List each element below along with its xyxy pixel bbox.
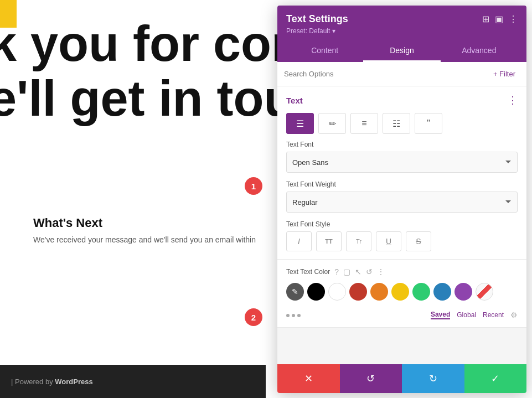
black-swatch[interactable] [307, 283, 325, 301]
none-swatch[interactable] [476, 283, 493, 301]
resize-icon[interactable]: ⊞ [482, 14, 489, 24]
color-section: Text Text Color ? ▢ ↖ ↺ ⋮ ✎ [277, 260, 526, 328]
color-label: Text Text Color [286, 268, 330, 276]
font-label: Text Font [286, 141, 518, 148]
step-badge-2: 2 [245, 308, 262, 326]
red-swatch[interactable] [349, 283, 367, 301]
list-button[interactable]: ≡ [350, 113, 378, 134]
panel-title-icons: ⊞ ▣ ⋮ [482, 14, 518, 24]
yellow-swatch[interactable] [391, 283, 409, 301]
color-settings-icon[interactable]: ⚙ [510, 311, 518, 319]
redo-button[interactable]: ↻ [402, 364, 464, 393]
panel-title: Text Settings [286, 13, 348, 25]
white-swatch[interactable] [328, 283, 346, 301]
color-tabs-row: Saved Global Recent ⚙ [431, 311, 518, 319]
panel-header: Text Settings ⊞ ▣ ⋮ Preset: Default ▾ Co… [277, 6, 526, 62]
dot-1[interactable] [286, 314, 290, 317]
undo-button[interactable]: ↺ [340, 364, 402, 393]
align-left-button[interactable]: ☰ [286, 113, 314, 134]
color-swatches: ✎ [286, 283, 518, 301]
panel-preset[interactable]: Preset: Default ▾ [286, 27, 518, 35]
purple-swatch[interactable] [454, 283, 472, 301]
saved-tab[interactable]: Saved [431, 311, 450, 319]
save-button[interactable]: ✓ [464, 364, 527, 393]
more-icon[interactable]: ⋮ [509, 14, 518, 24]
green-swatch[interactable] [412, 283, 430, 301]
color-label-row: Text Text Color ? ▢ ↖ ↺ ⋮ [286, 267, 518, 276]
font-select[interactable]: Open Sans Arial Helvetica Georgia [286, 152, 518, 173]
text-section-title: Text [286, 96, 303, 105]
hero-text: k you for cont e'll get in touc [0, 17, 322, 126]
tab-content[interactable]: Content [286, 40, 363, 62]
weight-label: Text Font Weight [286, 180, 518, 188]
tab-design[interactable]: Design [363, 40, 440, 62]
cancel-button[interactable]: ✕ [277, 364, 340, 393]
underline-button[interactable]: U [376, 231, 401, 251]
page-subtitle: We've received your message and we'll se… [33, 235, 260, 244]
orange-swatch[interactable] [370, 283, 388, 301]
global-tab[interactable]: Global [457, 311, 476, 319]
search-input[interactable] [284, 70, 489, 78]
dot-3[interactable] [297, 314, 301, 317]
edit-button[interactable]: ✏ [318, 113, 346, 134]
panel-body: + Filter Text ⋮ ☰ ✏ ≡ ☷ " Text Font Open… [277, 62, 526, 364]
dot-2[interactable] [292, 314, 295, 317]
style-btn-row: I TT Tr U S [286, 231, 518, 251]
mobile-icon[interactable]: ▢ [343, 267, 350, 276]
uppercase-button[interactable]: TT [316, 231, 342, 251]
what-next-heading: What's Next [33, 216, 102, 230]
eyedropper-swatch[interactable]: ✎ [286, 283, 304, 301]
blue-swatch[interactable] [433, 283, 451, 301]
search-bar: + Filter [277, 62, 526, 86]
italic-button[interactable]: I [286, 231, 312, 251]
align-icon-row: ☰ ✏ ≡ ☷ " [286, 113, 518, 134]
weight-select[interactable]: Regular Bold Light [286, 192, 518, 213]
strikethrough-button[interactable]: S [406, 231, 431, 251]
capitalize-button[interactable]: Tr [346, 231, 371, 251]
page-footer: | Powered by WordPress [0, 365, 266, 398]
ordered-list-button[interactable]: ☷ [383, 113, 410, 134]
more-color-icon[interactable]: ⋮ [377, 267, 385, 276]
filter-button[interactable]: + Filter [489, 68, 520, 80]
tab-advanced[interactable]: Advanced [441, 40, 518, 62]
panel-tabs: Content Design Advanced [286, 40, 518, 62]
help-icon[interactable]: ? [334, 267, 339, 276]
step-badge-1: 1 [245, 177, 262, 195]
text-settings-panel: Text Settings ⊞ ▣ ⋮ Preset: Default ▾ Co… [277, 6, 526, 393]
panel-actions: ✕ ↺ ↻ ✓ [277, 364, 526, 393]
color-dots [286, 314, 301, 317]
style-label: Text Font Style [286, 220, 518, 228]
undo-color-icon[interactable]: ↺ [366, 267, 373, 276]
quote-button[interactable]: " [415, 113, 442, 134]
cursor-icon[interactable]: ↖ [355, 267, 361, 276]
text-section-more[interactable]: ⋮ [508, 94, 518, 106]
columns-icon[interactable]: ▣ [495, 14, 503, 24]
recent-tab[interactable]: Recent [483, 311, 504, 319]
text-section: Text ⋮ ☰ ✏ ≡ ☷ " Text Font Open Sans Ari… [277, 86, 526, 260]
